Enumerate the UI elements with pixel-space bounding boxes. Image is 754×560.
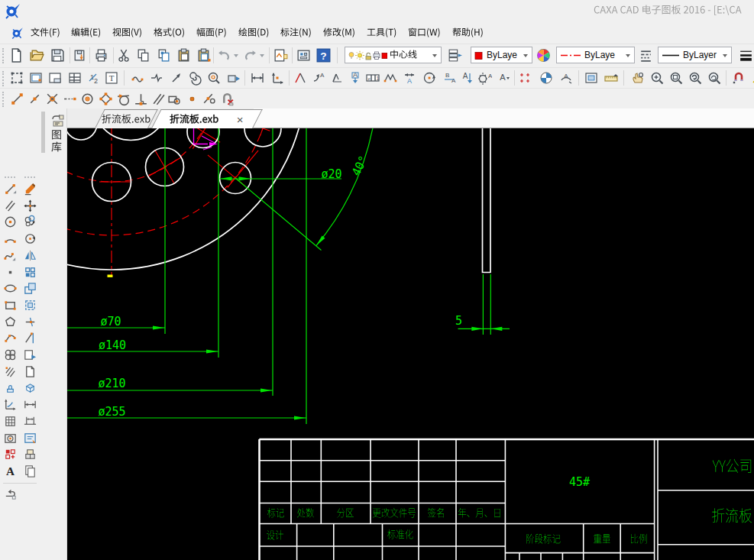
sheet-settings-button[interactable] <box>9 70 24 86</box>
draw-grid-button[interactable] <box>3 414 18 429</box>
extend-button[interactable] <box>23 331 37 345</box>
arc-text-button[interactable]: A <box>558 70 574 86</box>
draw-polyline-button[interactable] <box>3 331 18 345</box>
erase-button[interactable] <box>23 182 37 196</box>
menu-sheet[interactable] <box>191 24 233 41</box>
snap-extension-button[interactable] <box>62 91 78 107</box>
menu-edit[interactable] <box>66 24 107 41</box>
bom-table-button[interactable]: T <box>104 70 119 86</box>
load-titleblock-button[interactable] <box>47 70 63 86</box>
view-direction-button[interactable] <box>225 70 241 86</box>
measure-tool-button[interactable] <box>604 70 619 86</box>
snap-quadrant-button[interactable] <box>539 70 554 86</box>
menu-format[interactable] <box>148 24 191 41</box>
menu-file[interactable] <box>24 24 66 41</box>
mirror-button[interactable] <box>23 248 37 263</box>
enlarge-view-button[interactable] <box>206 70 222 86</box>
redo-button[interactable] <box>242 47 258 63</box>
snap-quadrant-point-button[interactable] <box>98 91 114 107</box>
linear-dimension-button[interactable] <box>250 70 265 86</box>
text-down-button[interactable]: A <box>459 70 474 86</box>
break-button[interactable] <box>23 348 37 362</box>
draw-hatch-button[interactable] <box>3 364 18 379</box>
save-all-button[interactable] <box>72 47 88 63</box>
snap-center-button[interactable] <box>79 91 95 107</box>
linetype-combo-dropdown-arrow[interactable] <box>623 47 634 63</box>
menu-modify[interactable] <box>318 24 361 41</box>
paste-button[interactable] <box>176 47 192 63</box>
snap-settings-button[interactable] <box>749 70 754 86</box>
draw-red-grid-button[interactable] <box>3 447 18 461</box>
scale-button[interactable] <box>23 281 37 296</box>
snap-perpendicular-button[interactable] <box>133 91 149 107</box>
text-rotate-button[interactable] <box>422 70 437 86</box>
title-bar[interactable] <box>0 0 754 21</box>
trim-button[interactable] <box>23 315 37 329</box>
tolerance-frame-button[interactable]: e.1 <box>365 70 380 86</box>
rotate-button[interactable] <box>23 231 37 246</box>
draw-clover-button[interactable] <box>3 348 18 362</box>
redo-dropdown-arrow[interactable] <box>258 52 266 60</box>
library-panel-tab[interactable] <box>49 129 64 141</box>
snap-insert-point-button[interactable] <box>167 91 183 107</box>
menu-window[interactable] <box>403 24 447 41</box>
layer-combo-dropdown-arrow[interactable] <box>429 47 441 63</box>
snap-nearest-button[interactable] <box>201 91 217 107</box>
draw-circle-box-button[interactable] <box>3 431 18 445</box>
copy-entities-button[interactable] <box>23 215 37 229</box>
copy-button[interactable] <box>135 47 151 63</box>
menu-help[interactable] <box>447 24 490 41</box>
draw-axes-button[interactable] <box>3 397 18 412</box>
draw-line-button[interactable] <box>3 182 18 196</box>
menu-dimension[interactable] <box>275 24 318 41</box>
module-manager-button[interactable] <box>296 47 312 63</box>
linetype-manager-button[interactable] <box>638 47 654 63</box>
draw-ellipse-button[interactable] <box>3 281 18 296</box>
snap-endpoint-button[interactable] <box>9 91 25 107</box>
undo-button[interactable] <box>216 47 232 63</box>
draw-text-button[interactable]: A <box>3 464 18 478</box>
wave-line-button[interactable] <box>131 70 146 86</box>
menu-draw[interactable] <box>233 24 275 41</box>
panel-grip[interactable] <box>41 112 45 153</box>
dynamic-pan-button[interactable] <box>630 70 646 86</box>
tab-close-button[interactable]: × <box>237 114 244 125</box>
draw-arc-button[interactable] <box>3 231 18 246</box>
color-combo[interactable]: ByLaye <box>471 47 532 63</box>
arrow-draw-button[interactable] <box>169 70 184 86</box>
layer-combo[interactable] <box>345 47 442 63</box>
snap-parallel-button[interactable] <box>150 91 167 107</box>
zoom-in-button[interactable] <box>649 70 665 86</box>
menu-tools[interactable] <box>361 24 403 41</box>
snap-tangent-button[interactable] <box>115 91 131 107</box>
tab-document-1[interactable]: × <box>151 109 263 128</box>
text-style-button[interactable]: A <box>497 70 512 86</box>
ole-object-button[interactable] <box>584 70 599 86</box>
style-manager-button[interactable]: A <box>477 70 492 86</box>
navigation-magnet-button[interactable] <box>731 70 746 86</box>
menu-view[interactable] <box>107 24 148 41</box>
text-align-button[interactable]: BA <box>442 70 457 86</box>
print-button[interactable] <box>93 47 109 63</box>
library-panel-icon[interactable] <box>50 113 66 128</box>
parameter-table-button[interactable] <box>67 70 83 86</box>
section-symbol-button[interactable] <box>383 70 398 86</box>
tool-panel-button[interactable] <box>23 431 37 445</box>
tab-document-0[interactable] <box>95 109 158 128</box>
coordinate-dimension-button[interactable] <box>270 70 286 86</box>
drawing-area[interactable]: ø70ø140ø210ø255ø2040°545# <box>67 128 754 560</box>
datum-symbol-button[interactable]: A <box>348 70 363 86</box>
color-picker-button[interactable] <box>536 47 552 63</box>
snap-clear-button[interactable] <box>219 91 235 107</box>
local-enlarge-button[interactable] <box>187 70 202 86</box>
tool-docs-button[interactable] <box>23 464 37 478</box>
corner-button[interactable] <box>23 364 37 379</box>
grid-points-button[interactable] <box>517 70 532 86</box>
drawing-canvas[interactable] <box>67 128 754 560</box>
open-button[interactable] <box>29 47 45 63</box>
dim-baseline-button[interactable] <box>23 414 37 429</box>
explode-button[interactable] <box>23 380 37 395</box>
stretch-button[interactable] <box>23 298 37 312</box>
move-button[interactable] <box>23 199 37 213</box>
zoom-all-button[interactable] <box>668 70 684 86</box>
